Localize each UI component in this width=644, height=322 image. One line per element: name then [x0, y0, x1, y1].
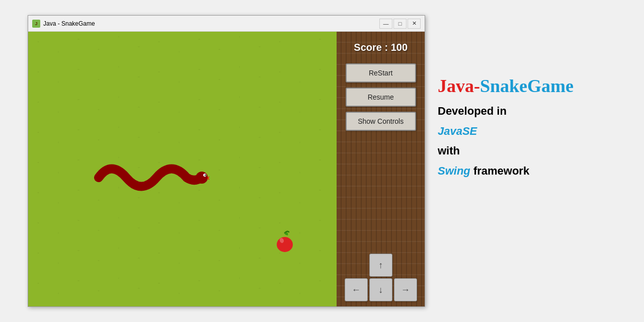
show-controls-button[interactable]: Show Controls [346, 112, 416, 131]
desc-line1: Developed in [438, 101, 629, 121]
up-arrow-button[interactable]: ↑ [369, 254, 392, 277]
side-panel: Score : 100 ReStart Resume Show Controls… [337, 32, 425, 306]
snake [94, 150, 209, 197]
app-icon: J [32, 20, 40, 28]
title-blue-part: SnakeGame [480, 76, 574, 96]
description-body: Developed in JavaSE with Swing framework [438, 101, 629, 181]
swing-label: Swing [438, 165, 470, 177]
maximize-button[interactable]: □ [393, 19, 407, 29]
minimize-button[interactable]: — [379, 19, 392, 29]
app-window: J Java - SnakeGame — □ ✕ [28, 15, 425, 307]
app-title: Java-SnakeGame [438, 75, 629, 97]
score-display: Score : 100 [354, 42, 408, 53]
close-button[interactable]: ✕ [408, 19, 421, 29]
desc-line4: Swing framework [438, 161, 629, 181]
apple [275, 230, 295, 255]
svg-point-2 [205, 175, 206, 176]
framework-label: framework [470, 165, 529, 177]
description-panel: Java-SnakeGame Developed in JavaSE with … [438, 75, 629, 181]
game-canvas [28, 32, 337, 306]
right-arrow-button[interactable]: → [394, 278, 417, 301]
desc-line2: JavaSE [438, 121, 629, 141]
window-title: Java - SnakeGame [43, 20, 379, 27]
window-controls: — □ ✕ [379, 19, 421, 29]
svg-point-0 [196, 172, 208, 184]
title-bar: J Java - SnakeGame — □ ✕ [28, 16, 425, 32]
desc-line3: with [438, 141, 629, 161]
left-arrow-button[interactable]: ← [345, 278, 368, 301]
arrow-controls: ↑ ← ↓ → [345, 254, 417, 301]
svg-point-5 [277, 237, 293, 252]
resume-button[interactable]: Resume [346, 88, 416, 107]
down-arrow-button[interactable]: ↓ [369, 278, 392, 301]
title-red-part: Java- [438, 76, 480, 96]
window-content: Score : 100 ReStart Resume Show Controls… [28, 32, 425, 306]
restart-button[interactable]: ReStart [346, 63, 416, 83]
